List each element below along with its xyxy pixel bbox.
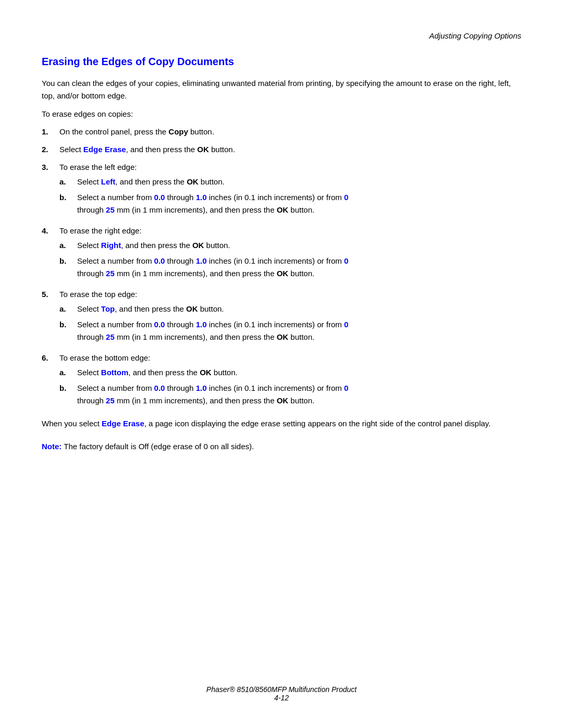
step-4a-ok: OK — [192, 241, 204, 250]
step-3: 3. To erase the left edge: a. Select Lef… — [42, 161, 521, 219]
step-2-ok: OK — [197, 145, 209, 154]
step-5b-1: 1.0 — [196, 320, 207, 329]
step-3a-ok: OK — [187, 177, 199, 186]
step-4-sublist: a. Select Right, and then press the OK b… — [59, 239, 521, 280]
closing-paragraph: When you select Edge Erase, a page icon … — [42, 417, 521, 430]
main-steps-list: 1. On the control panel, press the Copy … — [42, 126, 521, 410]
step-4a-right: Right — [101, 241, 121, 250]
step-5a-letter: a. — [59, 303, 75, 315]
step-5b-ok: OK — [277, 332, 289, 341]
step-3-content: To erase the left edge: a. Select Left, … — [59, 161, 521, 219]
step-1-content: On the control panel, press the Copy but… — [59, 126, 521, 138]
step-4a-letter: a. — [59, 239, 75, 252]
step-6: 6. To erase the bottom edge: a. Select B… — [42, 352, 521, 410]
step-3a: a. Select Left, and then press the OK bu… — [59, 176, 521, 188]
step-4b-0: 0.0 — [154, 256, 165, 265]
step-4b-from0: 0 — [344, 256, 348, 265]
step-6b-25: 25 — [106, 396, 115, 405]
step-3a-left: Left — [101, 177, 116, 186]
step-4b-25: 25 — [106, 269, 115, 278]
step-5b-content: Select a number from 0.0 through 1.0 inc… — [77, 318, 521, 343]
intro-paragraph-1: You can clean the edges of your copies, … — [42, 77, 521, 102]
step-6b-letter: b. — [59, 382, 75, 394]
step-5b: b. Select a number from 0.0 through 1.0 … — [59, 318, 521, 343]
step-4a-content: Select Right, and then press the OK butt… — [77, 239, 521, 252]
step-3a-content: Select Left, and then press the OK butto… — [77, 176, 521, 188]
step-6b: b. Select a number from 0.0 through 1.0 … — [59, 382, 521, 407]
step-6a: a. Select Bottom, and then press the OK … — [59, 366, 521, 379]
step-3-num: 3. — [42, 161, 57, 174]
step-5a-ok: OK — [186, 304, 198, 313]
step-5b-25: 25 — [106, 332, 115, 341]
step-5a: a. Select Top, and then press the OK but… — [59, 303, 521, 315]
step-3b: b. Select a number from 0.0 through 1.0 … — [59, 191, 521, 216]
step-3b-from0: 0 — [344, 193, 348, 202]
note-label: Note: — [42, 442, 62, 451]
step-3b-content: Select a number from 0.0 through 1.0 inc… — [77, 191, 521, 216]
to-erase-text: To erase edges on copies: — [42, 109, 521, 118]
section-title: Erasing the Edges of Copy Documents — [42, 56, 521, 68]
step-2-content: Select Edge Erase, and then press the OK… — [59, 143, 521, 156]
step-3b-letter: b. — [59, 191, 75, 204]
step-6b-content: Select a number from 0.0 through 1.0 inc… — [77, 382, 521, 407]
step-6-content: To erase the bottom edge: a. Select Bott… — [59, 352, 521, 410]
step-1-bold: Copy — [168, 127, 188, 136]
step-4b: b. Select a number from 0.0 through 1.0 … — [59, 255, 521, 280]
step-6b-1: 1.0 — [196, 384, 207, 392]
step-6a-content: Select Bottom, and then press the OK but… — [77, 366, 521, 379]
step-1: 1. On the control panel, press the Copy … — [42, 126, 521, 138]
header-right: Adjusting Copying Options — [42, 31, 521, 40]
step-4-content: To erase the right edge: a. Select Right… — [59, 225, 521, 283]
step-5b-letter: b. — [59, 318, 75, 331]
step-2: 2. Select Edge Erase, and then press the… — [42, 143, 521, 156]
footer: Phaser® 8510/8560MFP Multifunction Produ… — [0, 685, 563, 702]
page-container: Adjusting Copying Options Erasing the Ed… — [0, 0, 563, 728]
step-6a-ok: OK — [200, 368, 212, 377]
step-5a-content: Select Top, and then press the OK button… — [77, 303, 521, 315]
footer-line2: 4-12 — [0, 694, 563, 702]
step-4a: a. Select Right, and then press the OK b… — [59, 239, 521, 252]
step-5-num: 5. — [42, 288, 57, 301]
step-5-sublist: a. Select Top, and then press the OK but… — [59, 303, 521, 343]
step-2-edge-erase: Edge Erase — [83, 145, 126, 154]
step-4-num: 4. — [42, 225, 57, 237]
step-4: 4. To erase the right edge: a. Select Ri… — [42, 225, 521, 283]
step-4b-ok: OK — [277, 269, 289, 278]
step-6-sublist: a. Select Bottom, and then press the OK … — [59, 366, 521, 407]
note-paragraph: Note: The factory default is Off (edge e… — [42, 440, 521, 453]
step-3b-ok: OK — [277, 205, 289, 214]
step-4b-1: 1.0 — [196, 256, 207, 265]
step-6b-from0: 0 — [344, 384, 348, 392]
step-5b-0: 0.0 — [154, 320, 165, 329]
step-5b-from0: 0 — [344, 320, 348, 329]
closing-edge-erase: Edge Erase — [102, 419, 144, 428]
step-5: 5. To erase the top edge: a. Select Top,… — [42, 288, 521, 347]
step-5a-top: Top — [101, 304, 115, 313]
step-5-content: To erase the top edge: a. Select Top, an… — [59, 288, 521, 347]
step-3b-0: 0.0 — [154, 193, 165, 202]
header-title: Adjusting Copying Options — [429, 31, 521, 40]
step-3a-letter: a. — [59, 176, 75, 188]
step-3b-25: 25 — [106, 205, 115, 214]
step-6a-bottom: Bottom — [101, 368, 129, 377]
note-text: The factory default is Off (edge erase o… — [62, 442, 254, 451]
step-4b-letter: b. — [59, 255, 75, 267]
step-4b-content: Select a number from 0.0 through 1.0 inc… — [77, 255, 521, 280]
step-3b-1: 1.0 — [196, 193, 207, 202]
step-6b-ok: OK — [277, 396, 289, 405]
footer-line1: Phaser® 8510/8560MFP Multifunction Produ… — [0, 685, 563, 694]
step-6b-0: 0.0 — [154, 384, 165, 392]
step-1-num: 1. — [42, 126, 57, 138]
step-2-num: 2. — [42, 143, 57, 156]
step-6-num: 6. — [42, 352, 57, 364]
step-6a-letter: a. — [59, 366, 75, 379]
step-3-sublist: a. Select Left, and then press the OK bu… — [59, 176, 521, 216]
